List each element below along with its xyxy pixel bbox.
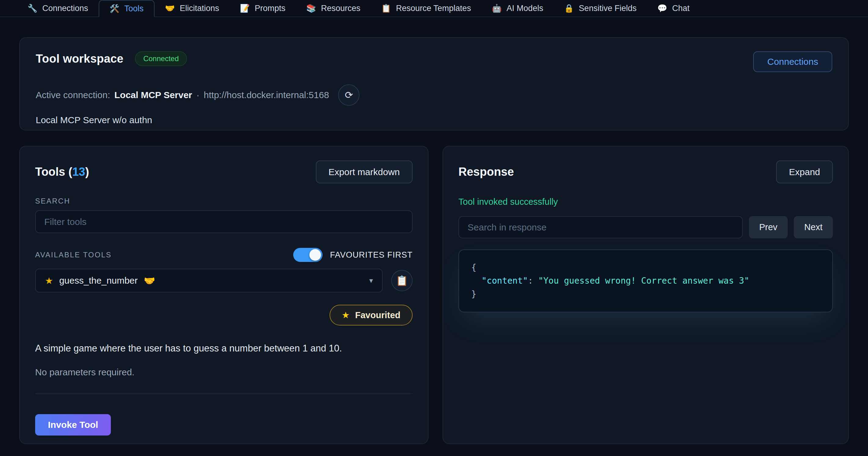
robot-icon: 🤖 xyxy=(492,4,501,12)
connections-button[interactable]: Connections xyxy=(753,51,832,72)
wrench-icon: 🔧 xyxy=(28,4,37,12)
export-markdown-button[interactable]: Export markdown xyxy=(316,161,413,183)
nav-tab-label: Prompts xyxy=(255,4,285,13)
clipboard-icon: 📋 xyxy=(381,4,391,12)
nav-tab-resource-templates[interactable]: 📋 Resource Templates xyxy=(371,0,481,17)
favourites-first-toggle[interactable] xyxy=(293,248,322,262)
chevron-down-icon: ▾ xyxy=(369,276,373,285)
tools-panel-title: Tools (13) xyxy=(35,165,89,178)
nav-tab-label: Sensitive Fields xyxy=(579,4,637,13)
invoke-status-message: Tool invoked successfully xyxy=(459,197,833,207)
connected-status-badge: Connected xyxy=(135,51,187,66)
lock-icon: 🔒 xyxy=(564,4,574,12)
nav-tab-label: Resource Templates xyxy=(396,4,471,13)
nav-tab-ai-models[interactable]: 🤖 AI Models xyxy=(481,0,554,17)
nav-tab-elicitations[interactable]: 🤝 Elicitations xyxy=(155,0,230,17)
handshake-icon: 🤝 xyxy=(165,4,175,12)
clipboard-icon: 📋 xyxy=(396,276,408,285)
memo-icon: 📝 xyxy=(240,4,250,12)
nav-tab-label: Tools xyxy=(124,4,144,13)
search-label: SEARCH xyxy=(35,197,413,205)
main-content: Tool workspace Connected Connections Act… xyxy=(0,37,868,444)
favourited-badge[interactable]: ★ Favourited xyxy=(330,305,413,325)
response-json-block: { "content": "You guessed wrong! Correct… xyxy=(459,249,833,312)
response-panel: Response Expand Tool invoked successfull… xyxy=(442,146,849,444)
nav-tab-connections[interactable]: 🔧 Connections xyxy=(17,0,99,17)
json-key: "content" xyxy=(482,276,528,286)
json-string-value: "You guessed wrong! Correct answer was 3… xyxy=(538,276,749,286)
active-connection-row: Active connection: Local MCP Server · ht… xyxy=(36,84,832,106)
invoke-tool-button[interactable]: Invoke Tool xyxy=(35,414,111,435)
refresh-button[interactable]: ⟳ xyxy=(338,84,360,106)
tool-workspace-card: Tool workspace Connected Connections Act… xyxy=(19,37,849,131)
nav-tab-sensitive-fields[interactable]: 🔒 Sensitive Fields xyxy=(554,0,647,17)
connection-name: Local MCP Server xyxy=(114,90,192,100)
divider xyxy=(35,393,413,394)
response-json: { "content": "You guessed wrong! Correct… xyxy=(471,261,820,301)
refresh-icon: ⟳ xyxy=(345,90,353,100)
connection-url: http://host.docker.internal:5168 xyxy=(204,90,329,100)
expand-button[interactable]: Expand xyxy=(776,161,833,183)
nav-tab-tools[interactable]: 🛠️ Tools xyxy=(99,0,155,17)
active-connection-label: Active connection: xyxy=(36,90,110,100)
nav-tab-prompts[interactable]: 📝 Prompts xyxy=(230,0,296,17)
nav-tab-label: Chat xyxy=(672,4,690,13)
tool-description: A simple game where the user has to gues… xyxy=(35,342,413,355)
speech-bubble-icon: 💬 xyxy=(657,4,667,12)
response-panel-title: Response xyxy=(459,165,514,178)
tools-count: 13 xyxy=(72,165,85,178)
handshake-emoji-icon: 🤝 xyxy=(144,275,155,286)
parameters-note: No parameters required. xyxy=(35,367,413,377)
nav-tab-label: AI Models xyxy=(507,4,543,13)
connection-description: Local MCP Server w/o authn xyxy=(36,115,832,125)
nav-tab-resources[interactable]: 📚 Resources xyxy=(296,0,371,17)
selected-tool-name: guess_the_number xyxy=(59,275,138,286)
available-tools-label: AVAILABLE TOOLS xyxy=(35,251,112,259)
star-icon: ★ xyxy=(342,310,350,320)
toggle-knob xyxy=(309,249,321,261)
next-match-button[interactable]: Next xyxy=(794,216,833,238)
search-in-response-input[interactable] xyxy=(459,216,743,238)
top-nav: 🔧 Connections 🛠️ Tools 🤝 Elicitations 📝 … xyxy=(0,0,868,17)
tools-panel: Tools (13) Export markdown SEARCH AVAILA… xyxy=(19,146,429,444)
workspace-title: Tool workspace xyxy=(36,52,123,65)
nav-tab-chat[interactable]: 💬 Chat xyxy=(647,0,700,17)
filter-tools-input[interactable] xyxy=(35,210,413,233)
prev-match-button[interactable]: Prev xyxy=(749,216,788,238)
books-icon: 📚 xyxy=(306,4,316,12)
favourite-star-icon: ★ xyxy=(45,275,53,286)
favourited-label: Favourited xyxy=(355,310,400,320)
copy-tool-button[interactable]: 📋 xyxy=(391,270,413,291)
tool-select-dropdown[interactable]: ★ guess_the_number 🤝 ▾ xyxy=(35,269,383,292)
nav-tab-label: Resources xyxy=(321,4,361,13)
nav-tab-label: Connections xyxy=(42,4,88,13)
favourites-first-label: FAVOURITES FIRST xyxy=(330,250,413,260)
nav-tab-label: Elicitations xyxy=(180,4,219,13)
url-separator: · xyxy=(196,90,199,100)
hammer-wrench-icon: 🛠️ xyxy=(110,5,119,12)
